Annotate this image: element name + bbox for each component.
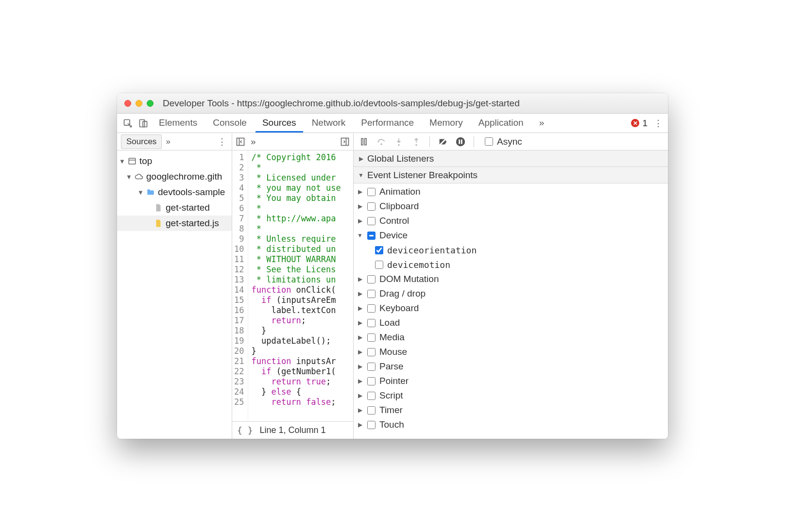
bp-category-checkbox[interactable] [367, 290, 375, 298]
kebab-menu-icon[interactable]: ⋮ [652, 118, 664, 129]
tree-domain[interactable]: ▼ googlechrome.gith [117, 169, 232, 184]
bp-event-checkbox[interactable] [375, 246, 383, 254]
tab-elements[interactable]: Elements [152, 114, 204, 133]
chevron-icon: ▶ [357, 319, 363, 326]
bp-category-label: Script [379, 390, 403, 401]
bp-category-checkbox[interactable] [367, 188, 375, 196]
chevron-icon: ▶ [357, 378, 363, 384]
pretty-print-icon[interactable]: { } [237, 425, 253, 435]
bp-category-script[interactable]: ▶Script [354, 388, 668, 403]
bp-category-checkbox[interactable] [367, 392, 375, 400]
bp-category-parse[interactable]: ▶Parse [354, 359, 668, 374]
close-window-button[interactable] [124, 100, 131, 107]
bp-category-mouse[interactable]: ▶Mouse [354, 345, 668, 359]
navigator-header: Sources » ⋮ [117, 133, 232, 150]
bp-category-animation[interactable]: ▶Animation [354, 184, 668, 199]
editor-footer: { } Line 1, Column 1 [232, 421, 353, 439]
chevron-icon: ▶ [357, 334, 363, 341]
panel-event-listener-breakpoints[interactable]: ▼ Event Listener Breakpoints [354, 167, 668, 183]
bp-category-label: Animation [379, 186, 421, 197]
bp-category-checkbox[interactable] [367, 275, 375, 283]
bp-event-checkbox[interactable] [375, 261, 383, 269]
show-debugger-icon[interactable] [340, 136, 350, 147]
bp-category-label: Control [379, 216, 409, 226]
svg-rect-3 [129, 158, 136, 164]
devtools-window: Developer Tools - https://googlechrome.g… [117, 93, 668, 439]
bp-category-checkbox[interactable] [367, 333, 375, 342]
async-checkbox-input[interactable] [485, 137, 493, 146]
show-navigator-icon[interactable] [235, 136, 246, 147]
svg-point-15 [415, 144, 417, 146]
bp-event-label: deviceorientation [387, 245, 477, 255]
tree-file-html[interactable]: get-started [117, 200, 232, 216]
svg-rect-18 [459, 139, 460, 144]
bp-category-control[interactable]: ▶Control [354, 214, 668, 228]
bp-event-deviceorientation[interactable]: deviceorientation [354, 243, 668, 257]
panel-global-listeners[interactable]: ▶ Global Listeners [354, 150, 668, 167]
bp-category-checkbox[interactable] [367, 348, 375, 356]
folder-icon [146, 188, 155, 197]
bp-category-pointer[interactable]: ▶Pointer [354, 374, 668, 388]
navigator-menu-icon[interactable]: ⋮ [216, 136, 228, 147]
bp-category-checkbox[interactable] [367, 377, 375, 385]
inspect-element-icon[interactable] [121, 116, 135, 130]
bp-event-devicemotion[interactable]: devicemotion [354, 257, 668, 272]
minimize-window-button[interactable] [136, 100, 142, 107]
bp-category-drag-drop[interactable]: ▶Drag / drop [354, 286, 668, 301]
svg-rect-19 [461, 139, 462, 144]
pause-icon[interactable] [358, 136, 369, 147]
tab-sources[interactable]: Sources [256, 114, 303, 133]
tree-top-frame[interactable]: ▼ top [117, 153, 232, 169]
bp-category-checkbox[interactable] [367, 363, 375, 371]
bp-category-touch[interactable]: ▶Touch [354, 417, 668, 432]
tab-console[interactable]: Console [206, 114, 254, 133]
editor-panel: » 12345678910111213141516171819202122232… [232, 133, 354, 439]
bp-category-label: Touch [379, 419, 404, 430]
maximize-window-button[interactable] [147, 100, 154, 107]
toggle-device-icon[interactable] [137, 116, 150, 130]
svg-point-11 [380, 143, 382, 145]
editor-header: » [232, 133, 353, 150]
tab-performance[interactable]: Performance [354, 114, 421, 133]
checkbox-indeterminate-icon[interactable] [367, 232, 375, 240]
async-checkbox[interactable]: Async [485, 136, 522, 147]
bp-category-checkbox[interactable] [367, 421, 375, 429]
tab-network[interactable]: Network [305, 114, 353, 133]
traffic-lights [124, 100, 154, 107]
chevron-icon: ▶ [357, 276, 363, 283]
bp-category-device[interactable]: ▼Device [354, 228, 668, 243]
bp-category-checkbox[interactable] [367, 202, 375, 211]
sources-subtab[interactable]: Sources [121, 134, 162, 149]
debugger-panel: Async ▶ Global Listeners ▼ Event Listene… [354, 133, 668, 439]
tabs-overflow-button[interactable]: » [532, 114, 551, 133]
step-over-icon[interactable] [376, 136, 387, 147]
bp-category-clipboard[interactable]: ▶Clipboard [354, 199, 668, 214]
pause-on-exceptions-icon[interactable] [455, 136, 466, 147]
bp-category-label: Mouse [379, 347, 407, 357]
editor-tabs-overflow[interactable]: » [251, 136, 256, 147]
chevron-icon: ▶ [357, 217, 363, 224]
bp-category-dom-mutation[interactable]: ▶DOM Mutation [354, 272, 668, 286]
deactivate-breakpoints-icon[interactable] [438, 136, 448, 147]
step-out-icon[interactable] [411, 136, 422, 147]
bp-category-timer[interactable]: ▶Timer [354, 403, 668, 417]
tab-application[interactable]: Application [472, 114, 530, 133]
tree-file-js[interactable]: get-started.js [117, 216, 232, 231]
tree-folder[interactable]: ▼ devtools-sample [117, 184, 232, 200]
async-label: Async [497, 136, 522, 147]
bp-category-checkbox[interactable] [367, 319, 375, 327]
bp-category-checkbox[interactable] [367, 304, 375, 313]
code-editor[interactable]: 1234567891011121314151617181920212223242… [232, 150, 353, 421]
chevron-icon: ▶ [357, 203, 363, 210]
bp-category-load[interactable]: ▶Load [354, 316, 668, 330]
navigator-overflow-button[interactable]: » [166, 137, 170, 147]
bp-category-checkbox[interactable] [367, 217, 375, 225]
tab-memory[interactable]: Memory [423, 114, 470, 133]
bp-category-label: Keyboard [379, 303, 419, 314]
bp-category-media[interactable]: ▶Media [354, 330, 668, 345]
bp-category-keyboard[interactable]: ▶Keyboard [354, 301, 668, 316]
step-into-icon[interactable] [393, 136, 404, 147]
bp-category-label: Parse [379, 361, 404, 372]
bp-category-checkbox[interactable] [367, 406, 375, 415]
error-badge[interactable]: ✕ 1 [631, 118, 648, 129]
